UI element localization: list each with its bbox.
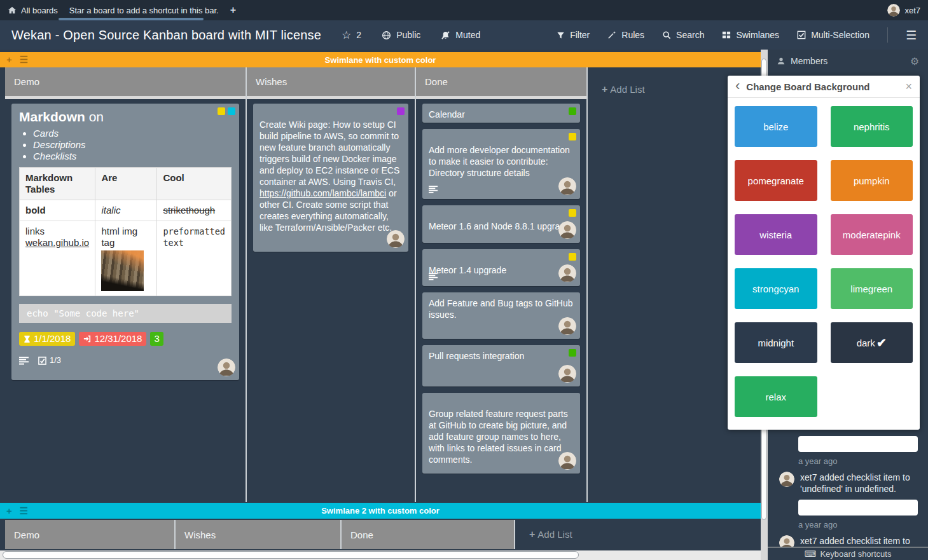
filter-button[interactable]: Filter — [557, 30, 590, 40]
swatch-strongcyan[interactable]: strongcyan — [735, 268, 817, 309]
count-badge[interactable]: 3 — [150, 332, 163, 346]
horizontal-scrollbar-thumb[interactable] — [3, 551, 579, 559]
left-gutter — [0, 67, 5, 502]
list-done-title: Done — [425, 76, 448, 87]
card-label-yellow — [569, 209, 576, 217]
shortcut-hint: Star a board to add a shortcut in this b… — [69, 6, 219, 15]
bullet-item: Descriptions — [33, 139, 233, 151]
swatch-belize[interactable]: belize — [735, 106, 817, 147]
list-done-header[interactable]: Done — [416, 67, 586, 96]
swatch-wisteria[interactable]: wisteria — [735, 214, 817, 255]
swatch-relax[interactable]: relax — [735, 376, 817, 417]
comment-input[interactable] — [798, 500, 918, 516]
card-create-wiki[interactable]: Create Wiki page: How to setup CI build … — [253, 104, 408, 252]
list-demo-header[interactable]: Demo — [5, 67, 246, 96]
card-label-yellow — [569, 253, 576, 261]
add-board-button[interactable]: + — [230, 4, 236, 16]
star-count: 2 — [356, 30, 361, 40]
list-wishes-body: Create Wiki page: How to setup CI build … — [247, 99, 415, 502]
all-boards-link[interactable]: All boards — [21, 6, 58, 15]
visibility-button[interactable]: Public — [382, 30, 420, 40]
horizontal-scrollbar — [0, 550, 761, 560]
card-meteor-16[interactable]: Meteor 1.6 and Node 8.8.1 upgrade — [422, 205, 580, 243]
card-github-tags[interactable]: Add Feature and Bug tags to GitHub issue… — [422, 292, 580, 339]
swatch-label: wisteria — [759, 229, 792, 240]
activity-avatar[interactable] — [779, 472, 794, 487]
card-member-avatar[interactable] — [558, 264, 576, 282]
table-header-cell: Cool — [157, 168, 232, 200]
board-menu-icon[interactable]: ☰ — [906, 29, 917, 41]
card-member-avatar[interactable] — [218, 359, 235, 376]
card-member-avatar[interactable] — [558, 365, 576, 383]
hourglass-icon — [24, 335, 31, 343]
card-developer-docs[interactable]: Add more developer documentation to make… — [422, 129, 580, 199]
gear-icon[interactable]: ⚙ — [910, 55, 919, 67]
muted-button[interactable]: Muted — [441, 30, 480, 40]
due-date-badge[interactable]: 12/31/2018 — [79, 332, 146, 346]
star-icon: ☆ — [342, 29, 351, 42]
swimlane-menu-icon[interactable]: ☰ — [20, 505, 28, 517]
swimlane-add-icon[interactable]: + — [6, 54, 12, 65]
swatch-midnight[interactable]: midnight — [735, 322, 817, 363]
card-meteor-14[interactable]: Meteor 1.4 upgrade — [422, 249, 580, 286]
left-gutter — [0, 520, 5, 549]
table-cell-bold: bold — [25, 205, 46, 215]
swimlane-2-lists: Demo Wishes Done +Add List — [0, 520, 761, 549]
swatch-pomegranate[interactable]: pomegranate — [735, 160, 817, 201]
list-wishes-title: Wishes — [256, 76, 287, 87]
board-header: Wekan - Open Source Kanban board with MI… — [0, 20, 928, 50]
top-bar: All boards Star a board to add a shortcu… — [0, 0, 928, 20]
list-demo-body: Markdown on Cards Descriptions Checklist… — [5, 99, 246, 502]
card-title: Add more developer documentation to make… — [429, 145, 570, 178]
card-member-avatar[interactable] — [558, 317, 576, 335]
user-avatar[interactable] — [887, 4, 900, 17]
wekan-link[interactable]: wekan.gihub.io — [25, 237, 89, 248]
swatch-label: belize — [763, 121, 788, 132]
swatch-dark[interactable]: dark✔ — [831, 322, 913, 363]
keyboard-shortcuts-button[interactable]: ⌨ Keyboard shortcuts — [768, 547, 928, 560]
comment-input[interactable] — [798, 436, 918, 452]
table-header-cell: Markdown Tables — [20, 168, 95, 200]
back-chevron-icon[interactable]: ‹ — [735, 79, 740, 93]
home-button[interactable]: All boards — [8, 6, 58, 15]
swatch-label: midnight — [758, 338, 794, 348]
swatch-limegreen[interactable]: limegreen — [831, 268, 913, 309]
multi-selection-button[interactable]: Multi-Selection — [797, 30, 869, 40]
swimlane-add-icon[interactable]: + — [6, 505, 12, 517]
description-icon — [429, 186, 438, 193]
card-group-features[interactable]: Group related feature request parts at G… — [422, 393, 580, 474]
list-wishes-header[interactable]: Wishes — [247, 67, 415, 96]
add-list-label: Add List — [537, 529, 572, 540]
change-background-popup: ‹ Change Board Background × belize nephr… — [728, 76, 920, 430]
card-member-avatar[interactable] — [558, 177, 576, 195]
list-wishes-2-header[interactable]: Wishes — [176, 520, 340, 549]
start-date-badge[interactable]: 1/1/2018 — [19, 332, 75, 346]
search-button[interactable]: Search — [662, 30, 704, 40]
markdown-table: Markdown Tables Are Cool bold italic str… — [19, 167, 232, 296]
person-icon — [777, 57, 786, 65]
card-member-avatar[interactable] — [387, 230, 405, 248]
close-icon[interactable]: × — [905, 80, 912, 93]
swatch-nephritis[interactable]: nephritis — [831, 106, 913, 147]
rules-button[interactable]: Rules — [607, 30, 644, 40]
card-text: Create Wiki page: How to setup CI build … — [260, 120, 399, 187]
swimlane-menu-icon[interactable]: ☰ — [20, 54, 28, 65]
checklist-badge: 1/3 — [38, 355, 61, 366]
swimlane-1-title: Swimlane with custom color — [0, 55, 761, 65]
card-pull-requests[interactable]: Pull requests integration — [422, 345, 580, 386]
lambci-link[interactable]: https://github.com/lambci/lambci — [260, 188, 386, 198]
add-list-button-2[interactable]: +Add List — [515, 520, 761, 549]
popup-body: belize nephritis pomegranate pumpkin wis… — [728, 98, 920, 425]
card-member-avatar[interactable] — [558, 452, 576, 470]
card-markdown-demo[interactable]: Markdown on Cards Descriptions Checklist… — [11, 104, 239, 380]
card-member-avatar[interactable] — [558, 221, 576, 239]
swimlanes-button[interactable]: Swimlanes — [722, 30, 779, 40]
search-label: Search — [676, 30, 704, 40]
swatch-label: pumpkin — [854, 175, 890, 186]
list-done-2-header[interactable]: Done — [342, 520, 514, 549]
star-board-button[interactable]: ☆ 2 — [342, 29, 361, 42]
swatch-moderatepink[interactable]: moderatepink — [831, 214, 913, 255]
list-demo-2-header[interactable]: Demo — [5, 520, 174, 549]
card-calendar[interactable]: Calendar — [422, 104, 580, 123]
swatch-pumpkin[interactable]: pumpkin — [831, 160, 913, 201]
